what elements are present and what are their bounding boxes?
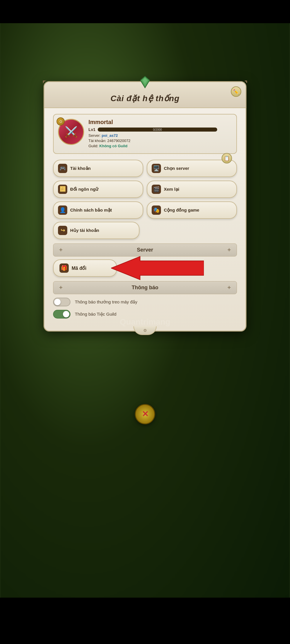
replay-icon: 🎬 xyxy=(152,185,161,194)
profile-name: Immortal xyxy=(88,119,217,125)
community-button[interactable]: 🎭 Cộng đồng game xyxy=(147,201,237,219)
account-label: Tài khoản xyxy=(70,166,91,171)
server-section-label: Server xyxy=(66,247,225,253)
copy-account-button[interactable]: 📋 xyxy=(222,153,232,163)
security-policy-button[interactable]: 👤 Chính sách bảo mật xyxy=(53,201,143,219)
close-button[interactable]: ✕ xyxy=(135,404,155,424)
profile-info: Immortal Lv1 0/2000 Server: poi_as72 Tài… xyxy=(88,119,217,149)
corner-decoration-tl xyxy=(43,81,52,89)
server-icon: 🖥️ xyxy=(152,164,161,173)
toggle-knob-1 xyxy=(54,299,61,305)
top-gem-decoration xyxy=(139,76,151,88)
language-icon: 🅰 xyxy=(58,185,67,194)
code-button[interactable]: 🎁 Mã đổi xyxy=(53,259,117,277)
xp-bar: 0/2000 xyxy=(98,128,217,132)
notif2-toggle[interactable] xyxy=(53,310,70,319)
replay-button[interactable]: 🎬 Xem lại xyxy=(147,181,237,198)
community-icon: 🎭 xyxy=(152,205,161,215)
edit-profile-button[interactable]: ✏️ xyxy=(231,86,241,97)
close-icon: ✕ xyxy=(142,410,148,418)
toggle-row-2: Thông báo Tiệc Guild xyxy=(53,310,237,319)
notif-plus-right: + xyxy=(227,284,231,291)
guild-detail: Guild: Không có Guild xyxy=(88,144,217,148)
delete-icon: ↪ xyxy=(58,226,67,235)
profile-section: ⚔️ ⬡ Immortal Lv1 0/2000 Server: poi_as7… xyxy=(53,114,237,154)
code-button-container: 🎁 Mã đổi xyxy=(53,259,237,277)
notification-section-label: Thông báo xyxy=(66,285,225,291)
xp-text: 0/2000 xyxy=(153,128,162,131)
security-icon: 👤 xyxy=(58,205,67,215)
divider-plus-right: + xyxy=(227,247,231,253)
language-button[interactable]: 🅰 Đổi ngôn ngữ xyxy=(53,181,143,198)
level-row: Lv1 0/2000 xyxy=(88,127,217,132)
svg-rect-4 xyxy=(43,81,44,83)
notif1-toggle[interactable] xyxy=(53,298,70,306)
code-label: Mã đổi xyxy=(72,265,86,271)
dialog-container: Cài đặt hệ thống ⚔️ ⬡ Immortal Lv1 0/200… xyxy=(44,81,246,332)
svg-rect-6 xyxy=(246,81,247,83)
notif2-label: Thông báo Tiệc Guild xyxy=(75,312,116,317)
rank-badge: ⬡ xyxy=(57,117,65,125)
divider-plus-left: + xyxy=(59,247,63,253)
level-label: Lv1 xyxy=(88,127,95,132)
account-detail: Tài khoản: 24679020072 xyxy=(88,139,217,143)
server-detail: Server: poi_as72 xyxy=(88,133,217,138)
red-arrow-indicator xyxy=(111,255,204,282)
toggle-row-1: Thông báo thưởng treo máy đầy xyxy=(53,298,237,306)
gift-icon: 🎁 xyxy=(59,263,69,273)
notif1-label: Thông báo thưởng treo máy đầy xyxy=(75,299,137,305)
dialog-title: Cài đặt hệ thống xyxy=(50,94,240,103)
choose-server-label: Chọn server xyxy=(164,166,189,171)
notif-plus-left: + xyxy=(59,284,63,291)
svg-marker-7 xyxy=(111,256,204,280)
toggle-knob-2 xyxy=(63,311,69,317)
avatar-container: ⚔️ ⬡ xyxy=(58,119,84,145)
delete-label: Hủy tài khoản xyxy=(70,228,99,233)
language-label: Đổi ngôn ngữ xyxy=(70,187,98,192)
security-label: Chính sách bảo mật xyxy=(70,208,112,213)
menu-buttons-grid: 🎮 Tài khoản 🖥️ Chọn server 🅰 Đổi ngôn ng… xyxy=(53,160,237,219)
notification-section-divider: + Thông báo + xyxy=(53,281,237,294)
account-icon: 🎮 xyxy=(58,164,67,173)
server-section-divider: + Server + xyxy=(53,243,237,256)
settings-dialog: Cài đặt hệ thống ⚔️ ⬡ Immortal Lv1 0/200… xyxy=(44,81,246,332)
delete-account-button[interactable]: ↪ Hủy tài khoản xyxy=(53,222,139,239)
account-button[interactable]: 🎮 Tài khoản xyxy=(53,160,143,177)
community-label: Cộng đồng game xyxy=(164,208,199,213)
replay-label: Xem lại xyxy=(164,187,179,192)
